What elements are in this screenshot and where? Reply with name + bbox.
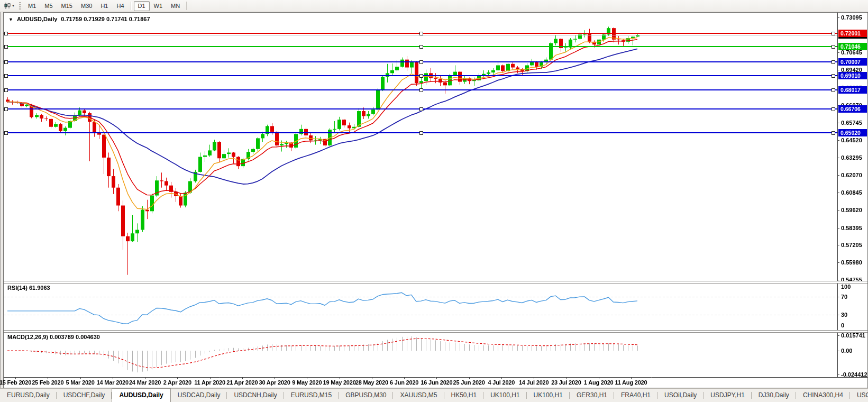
rsi-indicator-label: RSI(14) 61.9063	[7, 285, 50, 291]
date-label: 14 Jul 2020	[519, 379, 549, 386]
line-handle[interactable]	[419, 60, 423, 64]
date-label: 28 May 2020	[355, 379, 388, 386]
line-handle[interactable]	[832, 131, 835, 135]
price-level-badge: 0.70007	[838, 58, 867, 66]
line-handle[interactable]	[832, 88, 835, 92]
price-tick-label: 0.60845	[841, 189, 862, 196]
line-handle[interactable]	[832, 74, 835, 78]
line-handle[interactable]	[419, 45, 423, 49]
hline-support-0.66706[interactable]	[4, 108, 837, 109]
line-handle[interactable]	[419, 131, 423, 135]
line-handle[interactable]	[419, 88, 423, 92]
chart-title: ▼ AUDUSD,Daily 0.71759 0.71929 0.71741 0…	[8, 16, 150, 22]
price-tick-label: 0.65745	[841, 120, 862, 126]
date-label: 19 May 2020	[323, 379, 356, 386]
date-label: 24 Mar 2020	[129, 379, 161, 386]
date-label: 30 Apr 2020	[259, 379, 290, 386]
line-handle[interactable]	[4, 88, 8, 92]
line-handle[interactable]	[832, 60, 835, 64]
price-tick-label: 0.57205	[841, 242, 862, 248]
date-label: 21 Apr 2020	[226, 379, 258, 386]
date-label: 6 Jun 2020	[390, 379, 418, 386]
price-tick-label: 0.73095	[841, 14, 862, 21]
price-level-badge: 0.68017	[838, 86, 867, 94]
line-handle[interactable]	[4, 74, 8, 78]
date-label: 23 Jul 2020	[551, 379, 581, 386]
chart-title-dropdown-icon[interactable]: ▼	[8, 17, 13, 22]
date-label: 5 Mar 2020	[66, 379, 94, 386]
date-label: 2 Apr 2020	[163, 379, 191, 386]
macd-axis-label: 0.015741	[841, 332, 865, 339]
price-level-badge: 0.72001	[838, 30, 867, 37]
price-level-badge: 0.69010	[838, 72, 867, 79]
line-handle[interactable]	[832, 45, 835, 49]
date-label: 9 May 2020	[292, 379, 322, 386]
rsi-axis-label: 0	[841, 322, 844, 328]
date-label: 11 Apr 2020	[194, 379, 225, 386]
date-label: 16 Jun 2020	[421, 379, 452, 386]
price-tick-label: 0.59620	[841, 207, 862, 213]
rsi-axis-label: 100	[841, 284, 851, 290]
hline-support-0.70007[interactable]	[4, 61, 837, 62]
rsi-axis-label: 30	[841, 312, 847, 318]
price-tick-label: 0.63295	[841, 154, 862, 161]
line-handle[interactable]	[419, 74, 423, 78]
date-label: 14 Mar 2020	[97, 379, 129, 386]
date-label: 1 Aug 2020	[584, 379, 614, 386]
line-handle[interactable]	[4, 107, 8, 111]
macd-indicator-label: MACD(12,26,9) 0.003789 0.004630	[7, 334, 100, 340]
hline-support-0.68017[interactable]	[4, 89, 837, 90]
date-label: 11 Aug 2020	[615, 379, 647, 386]
macd-axis-label: -0.024412	[841, 371, 867, 378]
line-handle[interactable]	[419, 32, 423, 35]
hline-support-0.69010[interactable]	[4, 75, 837, 76]
symbol-period-label: AUDUSD,Daily	[17, 16, 57, 22]
price-tick-label: 0.58395	[841, 225, 862, 231]
price-level-badge: 0.65020	[838, 129, 867, 136]
price-level-badge: 0.66706	[838, 105, 867, 113]
hline-support-0.71046[interactable]	[4, 46, 837, 47]
line-handle[interactable]	[832, 107, 835, 111]
price-tick-label: 0.64520	[841, 137, 862, 143]
line-handle[interactable]	[832, 32, 835, 35]
date-label: 15 Feb 2020	[0, 379, 31, 386]
price-tick-label: 0.55980	[841, 259, 862, 266]
price-tick-label: 0.62070	[841, 172, 862, 178]
line-handle[interactable]	[4, 60, 8, 64]
rsi-axis-label: 70	[841, 294, 847, 300]
line-handle[interactable]	[419, 107, 423, 111]
ohlc-values: 0.71759 0.71929 0.71741 0.71867	[61, 16, 150, 22]
hline-resistance-0.72001[interactable]	[4, 33, 837, 34]
panel-splitter-macd[interactable]	[4, 330, 867, 333]
date-label: 25 Feb 2020	[32, 379, 63, 386]
macd-axis-label: 0.00	[841, 348, 852, 354]
hline-support-0.65020[interactable]	[4, 132, 837, 133]
line-handle[interactable]	[4, 45, 8, 49]
panel-splitter-rsi[interactable]	[4, 281, 867, 284]
date-label: 25 Jun 2020	[453, 379, 485, 386]
date-label: 4 Jul 2020	[488, 379, 515, 386]
line-handle[interactable]	[4, 32, 8, 35]
chart-canvas[interactable]	[0, 0, 868, 402]
price-level-badge: 0.71046	[838, 43, 867, 50]
line-handle[interactable]	[4, 131, 8, 135]
